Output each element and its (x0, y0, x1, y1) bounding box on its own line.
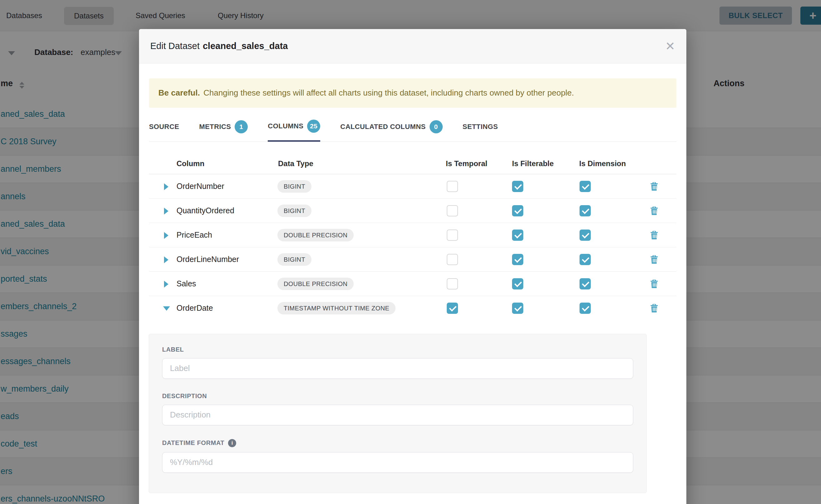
column-header: Column (176, 159, 204, 168)
delete-column-button[interactable] (649, 205, 660, 216)
edit-dataset-modal: Edit Datasetcleaned_sales_data ✕ Be care… (139, 29, 686, 504)
column-name: OrderLineNumber (176, 255, 239, 264)
data-type-pill: TIMESTAMP WITHOUT TIME ZONE (277, 302, 395, 314)
tab-metrics[interactable]: METRICS1 (199, 120, 248, 141)
columns-table-header: Column Data Type Is Temporal Is Filterab… (149, 142, 676, 174)
is-dimension-checkbox[interactable] (580, 205, 591, 216)
warning-text: Changing these settings will affect all … (203, 88, 574, 97)
warning-bold: Be careful. (158, 88, 200, 97)
delete-column-button[interactable] (649, 254, 660, 265)
is-temporal-checkbox[interactable] (447, 181, 458, 192)
modal-title-prefix: Edit Dataset (150, 41, 200, 51)
is-dimension-header: Is Dimension (579, 159, 626, 168)
table-row: OrderNumber BIGINT (149, 174, 676, 199)
info-icon[interactable]: i (228, 439, 236, 447)
is-filterable-checkbox[interactable] (512, 278, 523, 289)
is-dimension-checkbox[interactable] (580, 278, 591, 289)
collapse-caret-icon[interactable] (163, 306, 170, 311)
columns-count-badge: 25 (307, 120, 320, 133)
expand-caret-icon[interactable] (164, 232, 168, 239)
column-name: Sales (176, 279, 196, 288)
label-field[interactable] (162, 358, 633, 379)
datetime-format-field[interactable] (162, 452, 633, 473)
modal-title-dataset-name: cleaned_sales_data (203, 41, 288, 51)
trash-icon (649, 254, 660, 265)
is-dimension-checkbox[interactable] (580, 181, 591, 192)
column-name: QuantityOrdered (176, 206, 234, 215)
is-filterable-header: Is Filterable (512, 159, 554, 168)
table-row-expanded: OrderDate TIMESTAMP WITHOUT TIME ZONE (149, 296, 676, 320)
data-type-header: Data Type (278, 159, 313, 168)
column-name: OrderNumber (176, 182, 224, 191)
is-dimension-checkbox[interactable] (580, 303, 591, 314)
trash-icon (649, 303, 660, 314)
column-name: OrderDate (176, 304, 213, 313)
metrics-count-badge: 1 (235, 120, 248, 133)
is-dimension-checkbox[interactable] (580, 254, 591, 265)
is-temporal-checkbox[interactable] (447, 205, 458, 216)
delete-column-button[interactable] (649, 279, 660, 289)
expand-caret-icon[interactable] (164, 256, 168, 263)
is-temporal-header: Is Temporal (446, 159, 487, 168)
table-row: QuantityOrdered BIGINT (149, 199, 676, 223)
is-filterable-checkbox[interactable] (512, 205, 523, 216)
tab-settings[interactable]: SETTINGS (463, 120, 498, 141)
data-type-pill: BIGINT (277, 180, 311, 193)
data-type-pill: DOUBLE PRECISION (277, 229, 353, 241)
column-detail-panel: LABEL DESCRIPTION DATETIME FORMAT i (149, 334, 647, 493)
expand-caret-icon[interactable] (164, 183, 168, 190)
data-type-pill: DOUBLE PRECISION (277, 278, 353, 290)
tab-columns[interactable]: COLUMNS25 (268, 120, 320, 142)
is-dimension-checkbox[interactable] (580, 230, 591, 241)
close-icon[interactable]: ✕ (665, 40, 675, 52)
is-filterable-checkbox[interactable] (512, 303, 523, 314)
tab-source[interactable]: SOURCE (149, 120, 179, 141)
trash-icon (649, 181, 660, 192)
table-row: PriceEach DOUBLE PRECISION (149, 223, 676, 247)
columns-table: Column Data Type Is Temporal Is Filterab… (149, 142, 676, 320)
description-field-label: DESCRIPTION (162, 393, 633, 400)
delete-column-button[interactable] (649, 181, 660, 192)
tab-calculated-columns[interactable]: CALCULATED COLUMNS0 (340, 120, 443, 141)
calculated-columns-count-badge: 0 (430, 120, 443, 133)
expand-caret-icon[interactable] (164, 281, 168, 288)
is-temporal-checkbox[interactable] (447, 278, 458, 289)
is-filterable-checkbox[interactable] (512, 254, 523, 265)
is-filterable-checkbox[interactable] (512, 181, 523, 192)
modal-title: Edit Datasetcleaned_sales_data (150, 41, 288, 51)
datetime-format-field-label: DATETIME FORMAT i (162, 439, 633, 447)
modal-header: Edit Datasetcleaned_sales_data ✕ (139, 29, 686, 63)
is-temporal-checkbox[interactable] (447, 303, 458, 314)
delete-column-button[interactable] (649, 303, 660, 314)
data-type-pill: BIGINT (277, 253, 311, 266)
is-temporal-checkbox[interactable] (447, 254, 458, 265)
warning-banner: Be careful. Changing these settings will… (149, 78, 676, 108)
is-temporal-checkbox[interactable] (447, 230, 458, 241)
trash-icon (649, 279, 660, 289)
table-row: Sales DOUBLE PRECISION (149, 272, 676, 296)
expand-caret-icon[interactable] (164, 208, 168, 215)
column-name: PriceEach (176, 230, 212, 240)
label-field-label: LABEL (162, 346, 633, 353)
is-filterable-checkbox[interactable] (512, 230, 523, 241)
description-field[interactable] (162, 405, 633, 425)
data-type-pill: BIGINT (277, 205, 311, 217)
modal-tabs: SOURCE METRICS1 COLUMNS25 CALCULATED COL… (149, 120, 676, 142)
trash-icon (649, 230, 660, 240)
trash-icon (649, 205, 660, 216)
delete-column-button[interactable] (649, 230, 660, 240)
table-row: OrderLineNumber BIGINT (149, 247, 676, 272)
